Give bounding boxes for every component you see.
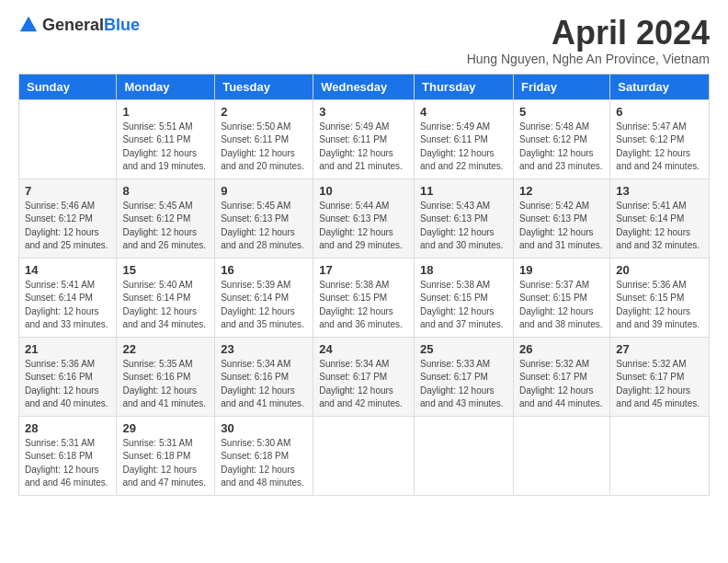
day-info: Sunrise: 5:50 AMSunset: 6:11 PMDaylight:… [221,121,307,174]
day-info: Sunrise: 5:42 AMSunset: 6:13 PMDaylight:… [519,200,604,253]
sunrise-text: Sunrise: 5:30 AM [221,437,307,451]
sunset-text: Sunset: 6:15 PM [616,292,703,305]
calendar-cell: 26Sunrise: 5:32 AMSunset: 6:17 PMDayligh… [513,337,609,416]
daylight-text: Daylight: 12 hoursand and 48 minutes. [221,464,307,490]
daylight-text: Daylight: 12 hoursand and 44 minutes. [519,385,604,411]
calendar-cell: 16Sunrise: 5:39 AMSunset: 6:14 PMDayligh… [215,258,313,337]
title-area: April 2024 Hung Nguyen, Nghe An Province… [467,15,710,66]
sunset-text: Sunset: 6:18 PM [25,450,110,464]
calendar-cell: 15Sunrise: 5:40 AMSunset: 6:14 PMDayligh… [117,258,215,337]
day-number: 10 [319,184,408,198]
sunrise-text: Sunrise: 5:41 AM [616,200,703,213]
sunrise-text: Sunrise: 5:31 AM [25,437,110,451]
sunrise-text: Sunrise: 5:47 AM [616,121,703,134]
day-number: 9 [221,184,307,198]
day-number: 16 [221,263,307,277]
sunset-text: Sunset: 6:13 PM [319,213,408,226]
day-info: Sunrise: 5:44 AMSunset: 6:13 PMDaylight:… [319,200,408,253]
day-info: Sunrise: 5:37 AMSunset: 6:15 PMDaylight:… [519,279,604,332]
day-number: 26 [519,342,604,356]
sunset-text: Sunset: 6:15 PM [420,292,507,305]
day-number: 30 [221,421,307,435]
day-number: 15 [122,263,209,277]
daylight-text: Daylight: 12 hoursand and 34 minutes. [122,305,209,332]
day-info: Sunrise: 5:47 AMSunset: 6:12 PMDaylight:… [616,121,703,174]
sunset-text: Sunset: 6:18 PM [122,450,209,464]
day-number: 28 [25,421,110,435]
sunrise-text: Sunrise: 5:34 AM [221,358,307,372]
sunrise-text: Sunrise: 5:38 AM [420,279,507,293]
day-number: 27 [616,342,703,356]
daylight-text: Daylight: 12 hoursand and 45 minutes. [616,385,703,411]
day-info: Sunrise: 5:38 AMSunset: 6:15 PMDaylight:… [420,279,507,332]
page-header: GeneralBlue April 2024 Hung Nguyen, Nghe… [18,15,710,66]
day-number: 1 [122,105,209,119]
calendar-cell [513,416,609,495]
sunrise-text: Sunrise: 5:42 AM [519,200,604,213]
day-number: 19 [519,263,604,277]
calendar-week-row: 14Sunrise: 5:41 AMSunset: 6:14 PMDayligh… [19,258,710,337]
calendar-cell: 17Sunrise: 5:38 AMSunset: 6:15 PMDayligh… [313,258,415,337]
daylight-text: Daylight: 12 hoursand and 25 minutes. [25,226,110,253]
sunset-text: Sunset: 6:16 PM [221,371,307,385]
sunrise-text: Sunrise: 5:32 AM [616,358,703,372]
calendar-cell: 9Sunrise: 5:45 AMSunset: 6:13 PMDaylight… [215,178,313,258]
weekday-header-sunday: Sunday [19,74,117,99]
sunrise-text: Sunrise: 5:34 AM [319,358,408,372]
day-number: 13 [616,184,703,198]
sunrise-text: Sunrise: 5:39 AM [221,279,307,293]
sunrise-text: Sunrise: 5:50 AM [221,121,307,134]
weekday-header-wednesday: Wednesday [313,74,415,99]
daylight-text: Daylight: 12 hoursand and 30 minutes. [420,226,507,253]
day-number: 3 [319,105,408,119]
weekday-header-tuesday: Tuesday [215,74,313,99]
sunrise-text: Sunrise: 5:48 AM [519,121,604,134]
sunset-text: Sunset: 6:13 PM [221,213,307,226]
daylight-text: Daylight: 12 hoursand and 40 minutes. [25,385,110,411]
sunset-text: Sunset: 6:15 PM [519,292,604,305]
sunrise-text: Sunrise: 5:31 AM [122,437,209,451]
day-info: Sunrise: 5:39 AMSunset: 6:14 PMDaylight:… [221,279,307,332]
calendar-cell: 18Sunrise: 5:38 AMSunset: 6:15 PMDayligh… [415,258,514,337]
daylight-text: Daylight: 12 hoursand and 19 minutes. [122,147,209,174]
calendar-cell: 3Sunrise: 5:49 AMSunset: 6:11 PMDaylight… [313,99,415,178]
calendar-cell: 23Sunrise: 5:34 AMSunset: 6:16 PMDayligh… [215,337,313,416]
day-info: Sunrise: 5:32 AMSunset: 6:17 PMDaylight:… [616,358,703,411]
daylight-text: Daylight: 12 hoursand and 35 minutes. [221,305,307,332]
day-info: Sunrise: 5:48 AMSunset: 6:12 PMDaylight:… [519,121,604,174]
sunset-text: Sunset: 6:16 PM [122,371,209,385]
sunrise-text: Sunrise: 5:36 AM [25,358,110,372]
sunset-text: Sunset: 6:12 PM [122,213,209,226]
calendar-cell: 30Sunrise: 5:30 AMSunset: 6:18 PMDayligh… [215,416,313,495]
day-info: Sunrise: 5:33 AMSunset: 6:17 PMDaylight:… [420,358,507,411]
day-number: 7 [25,184,110,198]
calendar-table: SundayMondayTuesdayWednesdayThursdayFrid… [18,74,710,496]
day-number: 29 [122,421,209,435]
day-number: 17 [319,263,408,277]
logo-text-blue: Blue [104,16,140,34]
sunset-text: Sunset: 6:12 PM [519,133,604,147]
daylight-text: Daylight: 12 hoursand and 47 minutes. [122,464,209,490]
month-title: April 2024 [467,15,710,52]
sunrise-text: Sunrise: 5:36 AM [616,279,703,293]
svg-marker-0 [20,17,37,32]
day-number: 18 [420,263,507,277]
sunset-text: Sunset: 6:18 PM [221,450,307,464]
sunrise-text: Sunrise: 5:51 AM [122,121,209,134]
daylight-text: Daylight: 12 hoursand and 26 minutes. [122,226,209,253]
day-info: Sunrise: 5:30 AMSunset: 6:18 PMDaylight:… [221,437,307,490]
day-info: Sunrise: 5:51 AMSunset: 6:11 PMDaylight:… [122,121,209,174]
calendar-cell: 24Sunrise: 5:34 AMSunset: 6:17 PMDayligh… [313,337,415,416]
calendar-cell [415,416,514,495]
daylight-text: Daylight: 12 hoursand and 43 minutes. [420,385,507,411]
day-number: 25 [420,342,507,356]
day-info: Sunrise: 5:36 AMSunset: 6:16 PMDaylight:… [25,358,110,411]
sunset-text: Sunset: 6:12 PM [616,133,703,147]
sunrise-text: Sunrise: 5:40 AM [122,279,209,293]
calendar-cell [19,99,117,178]
weekday-header-row: SundayMondayTuesdayWednesdayThursdayFrid… [19,74,710,99]
calendar-cell: 21Sunrise: 5:36 AMSunset: 6:16 PMDayligh… [19,337,117,416]
day-info: Sunrise: 5:45 AMSunset: 6:12 PMDaylight:… [122,200,209,253]
daylight-text: Daylight: 12 hoursand and 42 minutes. [319,385,408,411]
day-number: 21 [25,342,110,356]
